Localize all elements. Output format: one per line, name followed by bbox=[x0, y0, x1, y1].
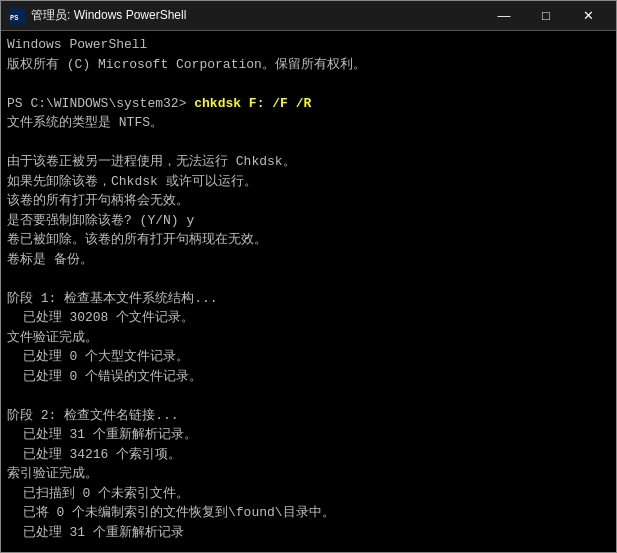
console-text-block: Windows PowerShell 版权所有 (C) Microsoft Co… bbox=[7, 35, 610, 552]
close-button[interactable]: ✕ bbox=[568, 2, 608, 30]
title-bar: PS 管理员: Windows PowerShell — □ ✕ bbox=[1, 1, 616, 31]
maximize-button[interactable]: □ bbox=[526, 2, 566, 30]
minimize-button[interactable]: — bbox=[484, 2, 524, 30]
window-controls: — □ ✕ bbox=[484, 2, 608, 30]
window-title: 管理员: Windows PowerShell bbox=[31, 7, 484, 24]
svg-text:PS: PS bbox=[10, 14, 18, 22]
window-icon: PS bbox=[9, 8, 25, 24]
console-output[interactable]: Windows PowerShell 版权所有 (C) Microsoft Co… bbox=[1, 31, 616, 552]
powershell-window: PS 管理员: Windows PowerShell — □ ✕ Windows… bbox=[0, 0, 617, 553]
